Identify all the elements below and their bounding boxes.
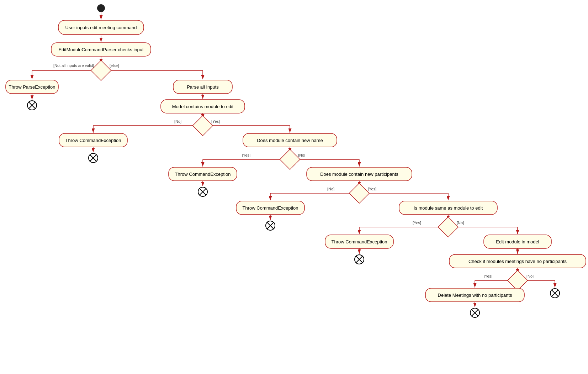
label-no3: [No] [327,187,334,191]
label-no4: [No] [457,221,464,225]
does-module-new-participants-label: Does module contain new participants [320,172,398,177]
decision5-diamond [438,217,459,237]
label-no2: [No] [298,153,305,157]
label-yes4: [Yes] [413,221,421,225]
label-no1: [No] [174,119,181,123]
throw-cmd2-label: Throw CommandException [175,172,231,177]
decision2-diamond [193,116,213,136]
is-module-same-label: Is module same as module to edit [414,205,483,211]
label-yes5: [Yes] [484,274,492,278]
throw-cmd4-label: Throw CommandException [332,239,387,244]
decision4-diamond [349,183,370,204]
label-yes2: [Yes] [242,153,250,157]
check-meetings-label: Check if modules meetings have no partic… [468,259,567,264]
decision6-diamond [508,270,528,291]
label-yes1: [Yes] [211,119,220,123]
label-else: [else] [110,63,119,68]
parse-inputs-label: Parse all Inputs [187,84,219,90]
throw-cmd1-label: Throw CommandException [65,138,121,143]
edit-module-label: Edit module in model [496,239,539,244]
edit-module-parser-label: EditModuleCommandParser checks input [58,47,144,52]
throw-cmd3-label: Throw CommandException [243,205,298,211]
user-input-label: User inputs edit meeting command [65,25,137,30]
diagram-svg: [Not all inputs are valid] [else] [No] [… [0,0,588,374]
delete-meetings-label: Delete Meetings with no participants [438,293,512,298]
decision3-diamond [280,149,300,170]
label-not-all-valid: [Not all inputs are valid] [53,63,94,68]
label-yes3: [Yes] [368,187,376,191]
start-node [97,4,105,12]
model-contains-label: Model contains module to edit [172,104,234,109]
throw-parse-label: Throw ParseException [9,84,55,90]
label-no5: [No] [526,274,534,278]
does-module-new-name-label: Does module contain new name [257,138,323,143]
diagram-container: [Not all inputs are valid] [else] [No] [… [0,0,588,374]
